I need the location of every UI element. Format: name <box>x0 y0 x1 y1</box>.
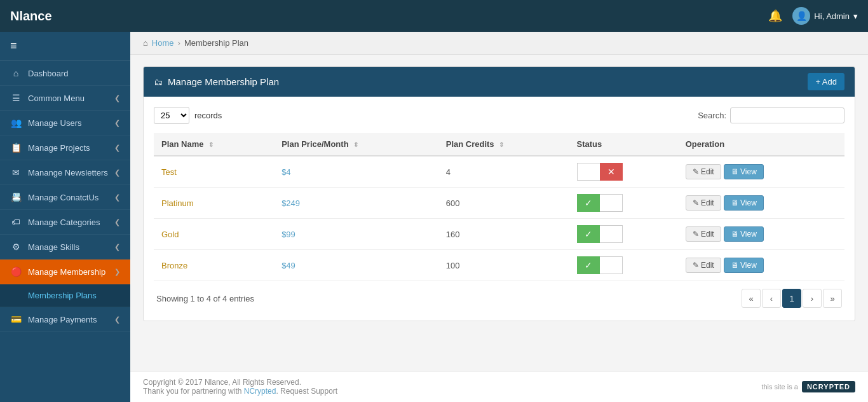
sidebar-label-manage-users: Manage Users <box>28 118 82 128</box>
footer-badge-prefix: this site is a <box>761 383 797 391</box>
sidebar-item-manage-categories[interactable]: 🏷 Manage Categories ❮ <box>0 210 130 235</box>
edit-button[interactable]: ✎ Edit <box>686 164 721 179</box>
page-footer: Copyright © 2017 Nlance, All Rights Rese… <box>130 371 868 402</box>
sidebar-item-dashboard[interactable]: ⌂ Dashboard <box>0 61 130 86</box>
pagination-next-button[interactable]: › <box>803 289 822 308</box>
skills-icon: ⚙ <box>10 242 22 252</box>
footer-right: this site is a NCRYPTED <box>761 381 855 392</box>
footer-left: Copyright © 2017 Nlance, All Rights Rese… <box>143 378 337 396</box>
toggle-empty <box>600 256 623 274</box>
home-icon: ⌂ <box>143 38 148 48</box>
view-button[interactable]: 🖥 View <box>724 226 764 242</box>
payments-icon: 💳 <box>10 314 22 324</box>
sidebar-item-common-menu[interactable]: ☰ Common Menu ❮ <box>0 86 130 111</box>
breadcrumb-home[interactable]: Home <box>152 38 174 48</box>
chevron-left-icon: ❮ <box>114 144 120 152</box>
plan-name-cell: Platinum <box>154 188 274 219</box>
footer-thank-you: Thank you for partnering with NCrypted. … <box>143 387 337 396</box>
plan-operation-cell: ✎ Edit🖥 View <box>678 250 844 281</box>
edit-button[interactable]: ✎ Edit <box>686 195 721 211</box>
edit-button[interactable]: ✎ Edit <box>686 226 721 242</box>
plan-status-cell: ✓ <box>569 250 678 281</box>
pagination: « ‹ 1 › » <box>742 289 842 308</box>
plan-operation-cell: ✎ Edit🖥 View <box>678 188 844 219</box>
plan-price-cell: $4 <box>274 156 438 188</box>
sidebar-item-manage-projects[interactable]: 📋 Manage Projects ❮ <box>0 135 130 160</box>
view-button[interactable]: 🖥 View <box>724 164 764 179</box>
bell-icon[interactable]: 🔔 <box>768 9 782 23</box>
records-left: 25 10 50 100 records <box>154 107 222 124</box>
user-menu[interactable]: 👤 Hi, Admin ▾ <box>792 7 858 25</box>
projects-icon: 📋 <box>10 142 22 153</box>
users-icon: 👥 <box>10 118 22 128</box>
search-input[interactable] <box>730 107 844 123</box>
sidebar-item-manage-skills[interactable]: ⚙ Manage Skills ❮ <box>0 235 130 260</box>
toggle-empty <box>600 225 623 243</box>
main-content: ⌂ Home › Membership Plan 🗂 Manage Member… <box>130 32 868 402</box>
chevron-right-icon: ❯ <box>114 268 120 276</box>
toggle-empty <box>600 194 623 212</box>
card-body: 25 10 50 100 records Search: <box>144 97 855 321</box>
sidebar-label-manage-skills: Manage Skills <box>28 242 79 252</box>
layout: ≡ ⌂ Dashboard ☰ Common Menu ❮ 👥 Manage U… <box>0 32 868 402</box>
plan-status-cell: ✓ <box>569 188 678 219</box>
page-body: 🗂 Manage Membership Plan + Add 25 10 50 <box>130 55 868 371</box>
view-button[interactable]: 🖥 View <box>724 258 764 273</box>
col-plan-name: Plan Name ⇕ <box>154 133 274 156</box>
breadcrumb-current: Membership Plan <box>184 38 248 48</box>
showing-text: Showing 1 to 4 of 4 entries <box>156 294 254 303</box>
plan-operation-cell: ✎ Edit🖥 View <box>678 156 844 188</box>
table-row: Test$44✕✎ Edit🖥 View <box>154 156 844 188</box>
categories-icon: 🏷 <box>10 217 22 227</box>
table-footer: Showing 1 to 4 of 4 entries « ‹ 1 › » <box>154 281 844 310</box>
toggle-active-button[interactable]: ✓ <box>577 225 600 243</box>
table-icon: 🗂 <box>154 77 163 87</box>
plan-price-cell: $49 <box>274 250 438 281</box>
copyright-text: Copyright © 2017 Nlance, All Rights Rese… <box>143 378 337 387</box>
toggle-inactive-button[interactable]: ✕ <box>600 163 623 181</box>
sidebar-item-manage-contacts[interactable]: 📇 Manage ConatctUs ❮ <box>0 185 130 210</box>
membership-plan-card: 🗂 Manage Membership Plan + Add 25 10 50 <box>143 66 855 321</box>
table-row: Gold$99160✓✎ Edit🖥 View <box>154 219 844 250</box>
sidebar-item-manage-users[interactable]: 👥 Manage Users ❮ <box>0 111 130 135</box>
col-plan-price: Plan Price/Month ⇕ <box>274 133 438 156</box>
pagination-page-1-button[interactable]: 1 <box>782 289 801 308</box>
col-status: Status <box>569 133 678 156</box>
add-button[interactable]: + Add <box>808 73 844 90</box>
view-button[interactable]: 🖥 View <box>724 195 764 211</box>
sidebar-item-manage-membership[interactable]: 🔴 Manage Membership ❯ <box>0 260 130 284</box>
edit-button[interactable]: ✎ Edit <box>686 258 721 273</box>
plan-credits-cell: 100 <box>438 250 569 281</box>
toggle-active-button[interactable]: ✓ <box>577 194 600 212</box>
records-per-page-select[interactable]: 25 10 50 100 <box>154 107 189 124</box>
card-header: 🗂 Manage Membership Plan + Add <box>144 67 855 97</box>
sidebar-sub-item-membership-plans[interactable]: Membership Plans <box>0 284 130 307</box>
sidebar-label-manage-categories: Manage Categories <box>28 218 100 227</box>
ncrypted-link[interactable]: NCrypted <box>244 387 276 396</box>
sidebar-item-manage-payments[interactable]: 💳 Manage Payments ❮ <box>0 307 130 332</box>
pagination-prev-button[interactable]: ‹ <box>762 289 781 308</box>
pagination-last-button[interactable]: » <box>823 289 842 308</box>
plan-status-cell: ✕ <box>569 156 678 188</box>
chevron-left-icon: ❮ <box>114 169 120 177</box>
pagination-first-button[interactable]: « <box>742 289 761 308</box>
contacts-icon: 📇 <box>10 192 22 202</box>
membership-plans-table: Plan Name ⇕ Plan Price/Month ⇕ Plan Cred… <box>154 133 844 281</box>
toggle-active-button[interactable]: ✓ <box>577 256 600 274</box>
chevron-left-icon: ❮ <box>114 243 120 251</box>
sidebar-item-manage-newsletters[interactable]: ✉ Manange Newsletters ❮ <box>0 160 130 185</box>
toggle-off-button[interactable] <box>577 163 600 181</box>
sidebar: ≡ ⌂ Dashboard ☰ Common Menu ❮ 👥 Manage U… <box>0 32 130 402</box>
hamburger-icon: ≡ <box>10 39 17 52</box>
breadcrumb: ⌂ Home › Membership Plan <box>130 32 868 55</box>
card-title-text: Manage Membership Plan <box>168 76 279 87</box>
sidebar-toggle-button[interactable]: ≡ <box>0 32 130 61</box>
sidebar-label-manage-contacts: Manage ConatctUs <box>28 193 98 202</box>
chevron-left-icon: ❮ <box>114 94 120 102</box>
breadcrumb-separator: › <box>178 38 180 48</box>
sidebar-label-manage-newsletters: Manange Newsletters <box>28 168 108 177</box>
sort-icon: ⇕ <box>499 141 504 148</box>
search-right: Search: <box>698 107 844 123</box>
sort-icon: ⇕ <box>353 141 358 148</box>
plan-name-cell: Bronze <box>154 250 274 281</box>
